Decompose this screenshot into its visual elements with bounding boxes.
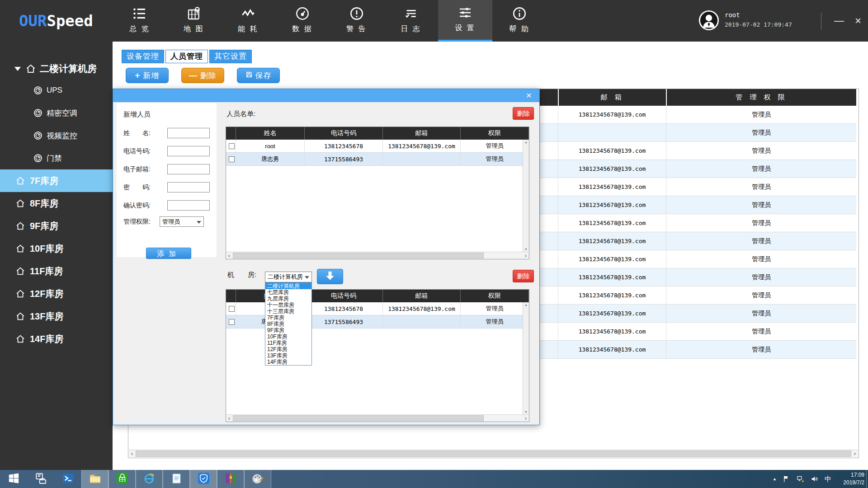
sidebar-floor-item-4[interactable]: 11F库房 (0, 260, 113, 282)
field-input-3[interactable] (167, 182, 210, 192)
room-option-3[interactable]: 十一层库房 (265, 302, 311, 308)
nav-item-help[interactable]: 帮 助 (492, 0, 547, 42)
scroll-left-icon[interactable]: ‹ (226, 415, 232, 422)
field-input-2[interactable] (167, 164, 210, 174)
winrar[interactable] (217, 470, 244, 488)
volume-icon[interactable] (811, 475, 819, 483)
horizontal-scrollbar[interactable]: ‹ › (226, 414, 529, 422)
scrollbar-thumb[interactable] (233, 415, 484, 421)
sidebar-device-item-3[interactable]: 门禁 (0, 147, 113, 169)
room-select[interactable]: 二楼计算机房 (265, 272, 312, 282)
sidebar-floor-item-2[interactable]: 9F库房 (0, 215, 113, 237)
sliders-icon (458, 5, 472, 20)
sidebar-floor-item-6[interactable]: 13F库房 (0, 305, 113, 328)
field-input-0[interactable] (167, 128, 210, 138)
nav-item-overview[interactable]: 总 览 (113, 0, 167, 42)
network-status-icon[interactable] (797, 475, 805, 483)
row-checkbox[interactable] (229, 306, 235, 312)
file-explorer[interactable] (81, 470, 108, 488)
nav-item-energy[interactable]: 能 耗 (221, 0, 275, 42)
start-button[interactable] (0, 470, 27, 488)
scroll-down-icon[interactable]: ▼ (523, 248, 529, 251)
powershell[interactable] (54, 470, 81, 488)
windows-store[interactable] (108, 470, 136, 488)
ime-indicator[interactable]: 中 (825, 475, 831, 483)
scroll-right-icon[interactable]: › (523, 252, 529, 259)
hidden-icons-chevron[interactable]: ▲ (773, 477, 777, 481)
tab-people[interactable]: 人员管理 (165, 50, 208, 63)
close-window-button[interactable]: × (849, 12, 867, 30)
delete-button[interactable]: — 删除 (181, 68, 224, 83)
sidebar-device-item-2[interactable]: 视频监控 (0, 124, 113, 147)
tab-other[interactable]: 其它设置 (209, 50, 252, 63)
sidebar-device-item-1[interactable]: 精密空调 (0, 102, 113, 124)
scrollbar-thumb[interactable] (233, 253, 484, 258)
scroll-left-icon[interactable]: ‹ (129, 450, 135, 457)
cell-email: 13812345678@139.com (558, 178, 666, 196)
room-option-4[interactable]: 十三层库房 (265, 308, 311, 314)
nav-item-settings[interactable]: 设 置 (438, 0, 492, 42)
dialog-close-icon[interactable]: × (523, 89, 535, 101)
add-button[interactable]: + 新增 (126, 68, 169, 83)
nav-item-log[interactable]: 日 志 (384, 0, 438, 42)
scroll-up-icon[interactable]: ▲ (523, 303, 529, 306)
sidebar-item-room2f[interactable]: 二楼计算机房 (0, 59, 113, 79)
room-option-10[interactable]: 12F库房 (265, 346, 311, 352)
room-option-5[interactable]: 7F库房 (265, 314, 311, 321)
action-center-flag-icon[interactable] (783, 475, 791, 483)
minimize-button[interactable]: — (830, 12, 848, 30)
nav-item-data[interactable]: 数 据 (275, 0, 330, 42)
notepad[interactable] (163, 470, 190, 488)
scroll-left-icon[interactable]: ‹ (226, 252, 232, 259)
add-person-button[interactable]: 添加 (146, 248, 191, 259)
ie-icon (143, 472, 156, 486)
user-area[interactable]: root 2019-07-02 17:09:47 (698, 10, 792, 31)
scroll-down-icon[interactable]: ▼ (523, 410, 529, 413)
field-input-4[interactable] (167, 200, 210, 211)
room-option-2[interactable]: 九层库房 (265, 296, 311, 302)
horizontal-scrollbar[interactable]: ‹ › (129, 450, 858, 457)
tab-device[interactable]: 设备管理 (122, 50, 164, 63)
row-checkbox[interactable] (229, 156, 235, 162)
sidebar-floor-item-3[interactable]: 10F库房 (0, 237, 113, 260)
user-avatar-icon (698, 10, 719, 31)
row-checkbox[interactable] (229, 143, 235, 149)
vertical-scrollbar[interactable]: ▲ ▼ (523, 140, 529, 252)
room-option-6[interactable]: 8F库房 (265, 321, 311, 327)
room-option-7[interactable]: 9F库房 (265, 327, 311, 333)
sidebar-floor-item-1[interactable]: 8F库房 (0, 192, 113, 215)
room-option-9[interactable]: 11F库房 (265, 340, 311, 346)
paint[interactable] (244, 470, 271, 488)
room-option-11[interactable]: 13F库房 (265, 352, 311, 359)
room-option-8[interactable]: 10F库房 (265, 333, 311, 340)
floor-item-label: 13F库房 (30, 310, 63, 323)
vertical-scrollbar[interactable]: ▲ ▼ (523, 302, 529, 414)
show-desktop-button[interactable] (866, 470, 868, 488)
sidebar-device-item-0[interactable]: UPS (0, 79, 113, 102)
server-manager[interactable] (27, 470, 54, 488)
sidebar-floor-item-7[interactable]: 14F库房 (0, 328, 113, 350)
row-checkbox[interactable] (229, 319, 235, 325)
scroll-right-icon[interactable]: › (852, 450, 858, 457)
assign-room-button[interactable] (317, 269, 343, 284)
room-option-0[interactable]: 二楼计算机房 (265, 283, 311, 289)
nav-item-alert[interactable]: 警 告 (330, 0, 384, 42)
scroll-up-icon[interactable]: ▲ (523, 141, 529, 144)
room-option-1[interactable]: 七层库房 (265, 289, 311, 296)
room-member-delete-button[interactable]: 删除 (513, 270, 534, 282)
monitoring-app[interactable] (190, 470, 217, 488)
save-button[interactable]: 保存 (237, 68, 280, 83)
scroll-right-icon[interactable]: › (523, 415, 529, 422)
internet-explorer[interactable] (136, 470, 163, 488)
tree-expand-icon[interactable] (14, 67, 21, 71)
field-input-1[interactable] (167, 146, 210, 156)
scrollbar-thumb[interactable] (136, 450, 851, 457)
horizontal-scrollbar[interactable]: ‹ › (226, 252, 529, 259)
nav-item-map[interactable]: 地 图 (167, 0, 221, 42)
taskbar-clock[interactable]: 17:09 2019/7/2 (837, 471, 864, 487)
sidebar-floor-item-5[interactable]: 12F库房 (0, 282, 113, 305)
sidebar-floor-item-0[interactable]: 7F库房 (0, 169, 113, 192)
room-option-12[interactable]: 14F库房 (265, 359, 311, 365)
permission-select[interactable]: 管理员 (160, 216, 204, 227)
member-delete-button[interactable]: 删除 (513, 107, 534, 120)
